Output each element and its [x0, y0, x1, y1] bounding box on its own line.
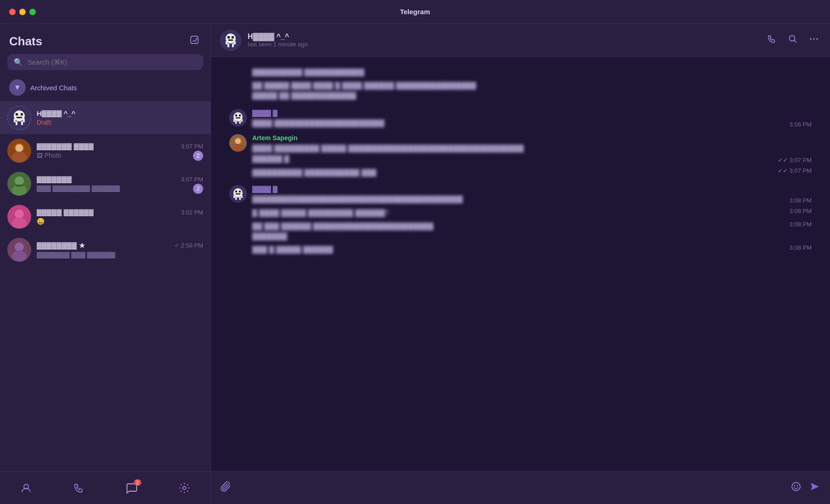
chat-header-avatar	[220, 30, 241, 51]
chat-preview: ▓▓▓▓▓▓▓ ▓▓▓ ▓▓▓▓▓▓	[37, 251, 203, 258]
search-bar[interactable]: 🔍	[7, 54, 203, 70]
chat-item[interactable]: ▓▓▓▓▓▓▓▓ ★ ✓ 2:58 PM ▓▓▓▓▓▓▓ ▓▓▓ ▓▓▓▓▓▓	[0, 233, 210, 266]
chat-header-actions	[765, 32, 821, 49]
msg-time: 3:08 PM	[790, 208, 812, 214]
msg-bubble: ▓▓▓▓ ▓▓▓▓▓▓▓▓▓ ▓▓▓▓▓ ▓▓▓▓▓▓▓▓▓▓▓▓▓▓▓▓▓▓▓…	[252, 143, 812, 164]
message-row: ▓▓ ▓▓▓▓▓ ▓▓▓▓ ▓▓▓▓ ▓ ▓▓▓▓ ▓▓▓▓▓▓ ▓▓▓▓▓▓▓…	[229, 79, 812, 102]
archived-chats-item[interactable]: ▼ Archived Chats	[0, 76, 210, 101]
chat-header-name: H▓▓▓▓ ^_^	[248, 33, 758, 41]
unread-badge: 2	[193, 151, 203, 161]
svg-point-23	[12, 251, 27, 262]
svg-point-20	[12, 218, 27, 229]
svg-rect-4	[21, 113, 23, 115]
svg-rect-8	[16, 121, 17, 125]
msg-avatar	[229, 109, 247, 126]
svg-rect-32	[234, 41, 236, 44]
chat-input-bar	[211, 471, 830, 504]
chat-name: ▓▓▓▓▓▓▓	[37, 175, 72, 183]
preview-text: ▓▓▓▓▓▓▓ ▓▓▓ ▓▓▓▓▓▓	[37, 251, 115, 258]
chat-info: ▓▓▓▓▓▓▓ 3:07 PM ▓▓▓ ▓▓▓▓▓▓▓▓ ▓▓▓▓▓▓	[37, 175, 203, 192]
minimize-button[interactable]	[19, 9, 26, 15]
send-button[interactable]	[809, 481, 821, 495]
message-row: ▓▓▓▓▓▓▓▓▓▓ ▓▓▓▓▓▓▓▓▓▓▓ ▓▓▓ ✓✓ 3:07 PM	[229, 166, 812, 179]
svg-rect-59	[235, 197, 237, 200]
svg-point-50	[235, 138, 241, 144]
svg-point-22	[15, 242, 24, 252]
preview-text: ▓▓▓ ▓▓▓▓▓▓▓▓ ▓▓▓▓▓▓	[37, 185, 120, 192]
svg-point-12	[12, 152, 27, 163]
svg-rect-58	[241, 195, 243, 198]
msg-text: ▓▓▓▓▓▓▓▓▓▓▓▓▓▓▓▓▓▓▓▓▓▓▓▓▓▓▓▓▓▓▓▓▓▓▓▓▓▓▓▓…	[252, 194, 780, 204]
msg-avatar	[229, 134, 247, 152]
chat-name: H▓▓▓▓ ^_^	[37, 110, 76, 117]
msg-time: 3:08 PM	[790, 221, 812, 228]
call-button[interactable]	[765, 32, 779, 49]
svg-rect-55	[239, 191, 241, 192]
svg-point-63	[797, 485, 798, 486]
nav-contacts[interactable]	[16, 477, 37, 499]
avatar	[7, 139, 31, 163]
message-row: ▓▓▓▓ ▓ ▓▓▓▓ ▓▓▓▓▓▓▓▓▓▓▓▓▓▓▓▓▓▓▓▓▓▓ 3:06 …	[229, 109, 812, 128]
compose-button[interactable]	[188, 33, 201, 49]
nav-calls[interactable]	[68, 477, 89, 499]
chat-time: 3:07 PM	[181, 176, 203, 183]
svg-rect-3	[16, 113, 18, 115]
chat-item[interactable]: ▓▓▓▓▓▓▓ ▓▓▓▓ 3:07 PM 🖼 Photo 2	[0, 134, 210, 167]
app-title: Telegram	[400, 8, 430, 16]
svg-rect-41	[235, 115, 237, 116]
msg-bubble: ▓▓▓▓ ▓▓▓▓▓▓▓▓▓▓▓▓▓▓▓▓▓▓▓▓▓▓ 3:06 PM	[252, 118, 812, 128]
sticker-button[interactable]	[791, 481, 802, 495]
chat-item[interactable]: H▓▓▓▓ ^_^ Draft:	[0, 101, 210, 134]
search-input[interactable]	[28, 58, 197, 66]
sidebar-header: Chats	[0, 24, 210, 54]
main-layout: Chats 🔍 ▼ Archived Chats	[0, 24, 830, 504]
nav-settings[interactable]	[174, 477, 195, 499]
svg-point-15	[15, 176, 24, 186]
svg-rect-7	[23, 119, 25, 122]
svg-rect-33	[227, 44, 229, 47]
nav-chats[interactable]: 2	[121, 477, 142, 499]
search-icon: 🔍	[14, 58, 23, 66]
chat-preview: ▓▓▓ ▓▓▓▓▓▓▓▓ ▓▓▓▓▓▓	[37, 185, 203, 192]
svg-rect-57	[233, 195, 235, 198]
avatar	[7, 238, 31, 262]
search-button[interactable]	[786, 32, 800, 49]
chat-info: ▓▓▓▓▓▓▓▓ ★ ✓ 2:58 PM ▓▓▓▓▓▓▓ ▓▓▓ ▓▓▓▓▓▓	[37, 241, 203, 258]
svg-point-13	[16, 144, 23, 152]
close-button[interactable]	[9, 9, 16, 15]
svg-rect-6	[14, 119, 16, 122]
chat-time: ✓ 2:58 PM	[174, 242, 203, 249]
photo-icon: 🖼	[37, 152, 43, 159]
avatar	[7, 205, 31, 229]
msg-sender: ▓▓▓▓ ▓	[252, 185, 812, 192]
preview-text: 😄	[37, 218, 44, 225]
message-text: ▓▓▓▓▓▓▓▓▓▓ ▓▓▓▓▓▓▓▓▓▓▓▓	[252, 67, 812, 77]
maximize-button[interactable]	[29, 9, 36, 15]
svg-rect-44	[233, 119, 235, 122]
message-text: ▓ ▓▓▓▓ ▓▓▓▓▓ ▓▓▓▓▓▓▓▓▓ ▓▓▓▓▓▓?	[252, 208, 780, 218]
attach-button[interactable]	[220, 481, 231, 495]
msg-content: ▓▓▓▓ ▓ ▓▓▓▓ ▓▓▓▓▓▓▓▓▓▓▓▓▓▓▓▓▓▓▓▓▓▓ 3:06 …	[252, 109, 812, 128]
chat-item[interactable]: ▓▓▓▓▓ ▓▓▓▓▓▓ 3:02 PM 😄	[0, 200, 210, 233]
unread-badge: 2	[193, 184, 203, 194]
chat-header-status: last seen 1 minute ago	[248, 41, 758, 48]
message-row: ▓▓ ▓▓▓ ▓▓▓▓▓▓ ▓▓▓▓▓▓▓▓▓▓▓▓▓▓▓▓▓▓▓▓▓▓▓▓▓▓…	[229, 220, 812, 242]
message-row: ▓ ▓▓▓▓ ▓▓▓▓▓ ▓▓▓▓▓▓▓▓▓ ▓▓▓▓▓▓? 3:08 PM	[229, 207, 812, 219]
msg-time: ✓✓ 3:07 PM	[778, 167, 812, 174]
more-button[interactable]	[807, 32, 821, 49]
chat-item[interactable]: ▓▓▓▓▓▓▓ 3:07 PM ▓▓▓ ▓▓▓▓▓▓▓▓ ▓▓▓▓▓▓ 2	[0, 167, 210, 200]
title-bar: Telegram	[0, 0, 830, 24]
archived-icon: ▼	[9, 79, 26, 96]
chat-preview: 🖼 Photo	[37, 152, 203, 159]
chat-preview: Draft:	[37, 119, 203, 126]
sidebar-title: Chats	[9, 34, 42, 49]
chat-list: H▓▓▓▓ ^_^ Draft:	[0, 101, 210, 471]
msg-time: 3:06 PM	[790, 121, 812, 128]
svg-rect-56	[236, 193, 240, 195]
chat-header-info: H▓▓▓▓ ^_^ last seen 1 minute ago	[248, 33, 758, 48]
message-text: ▓▓▓ ▓ ▓▓▓▓▓ ▓▓▓▓▓▓	[252, 244, 780, 255]
svg-rect-60	[239, 197, 241, 200]
chat-info: ▓▓▓▓▓ ▓▓▓▓▓▓ 3:02 PM 😄	[37, 208, 203, 225]
chat-name: ▓▓▓▓▓▓▓▓ ★	[37, 241, 85, 250]
svg-rect-0	[191, 36, 198, 44]
